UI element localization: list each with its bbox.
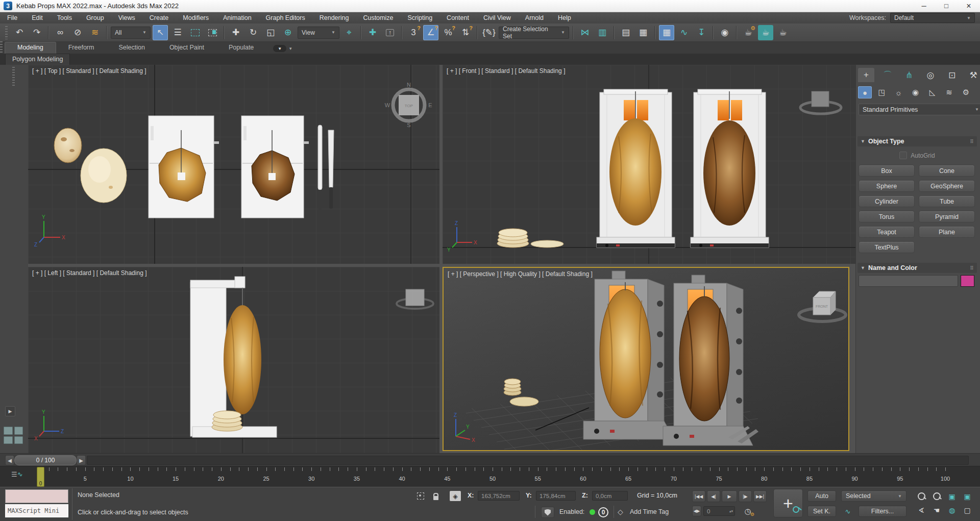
panel-flyout-button[interactable]: ▶ [5,406,15,416]
filters-button[interactable]: Filters... [859,506,906,517]
flatbread[interactable] [531,240,564,247]
menu-item-customize[interactable]: Customize [356,12,400,23]
menu-item-edit[interactable]: Edit [24,12,50,23]
viewport-front-label[interactable]: [ + ] [ Front ] [ Standard ] [ Default S… [447,67,565,75]
display-tab[interactable]: ⊡ [944,68,960,82]
ribbon-grip[interactable] [0,41,3,55]
geometry-category[interactable]: ● [858,86,872,98]
enabled-count-badge[interactable]: 0 [598,507,608,517]
primitive-button-tube[interactable]: Tube [919,195,975,207]
primitive-button-pyramid[interactable]: Pyramid [919,211,975,222]
time-slider-track[interactable] [87,456,969,465]
selection-lock-icon[interactable] [430,490,442,502]
menu-item-help[interactable]: Help [551,12,578,23]
use-pivot-point-icon[interactable]: ⌖ [341,25,357,40]
time-slider-prev-button[interactable]: ◀ [5,455,14,465]
maxscript-macro-recorder-field[interactable] [5,489,68,503]
kebab-machine-3d-1[interactable] [583,271,674,439]
redo-icon[interactable]: ↷ [29,25,44,40]
rendered-frame-window-icon[interactable]: ☕ [758,25,773,40]
curve-editor-icon[interactable]: ∿ [676,25,692,40]
maximize-button[interactable]: □ [935,0,958,12]
kebab-machine-front-2[interactable] [691,89,769,247]
menu-item-rendering[interactable]: Rendering [312,12,356,23]
isolate-selection-toggle[interactable] [414,490,427,502]
primitive-button-textplus[interactable]: TextPlus [859,241,915,253]
primitive-button-torus[interactable]: Torus [859,211,915,222]
x-coordinate-field[interactable]: 163,752cm [478,491,520,501]
field-of-view-icon[interactable]: ∢ [915,504,928,516]
flatbread[interactable] [510,397,538,406]
workspace-dropdown[interactable]: Default ▼ [890,13,975,23]
toolbar-grip[interactable] [5,26,8,39]
motion-tab[interactable]: ◎ [922,68,939,82]
primitive-button-sphere[interactable]: Sphere [859,180,915,192]
knife-1[interactable] [318,125,322,210]
cameras-category[interactable]: ◉ [909,86,922,98]
menu-item-civil-view[interactable]: Civil View [476,12,518,23]
material-editor-icon[interactable]: ◉ [717,25,732,40]
kebab-machine-top-view-1[interactable] [149,116,219,218]
next-frame-button[interactable]: |▶ [739,490,752,502]
viewport-front[interactable]: [ + ] [ Front ] [ Standard ] [ Default S… [443,65,855,264]
select-and-link-icon[interactable]: ∞ [53,25,68,40]
spinner-arrows-icon[interactable]: ▴▾ [729,509,733,513]
object-type-rollout[interactable]: ▼ Object Type ⠿ [857,136,977,146]
select-object-icon[interactable]: ↖ [153,25,168,40]
maximize-viewport-icon[interactable]: ▢ [961,504,974,516]
go-to-end-button[interactable]: ▶▶| [753,490,767,502]
set-key-filters-button[interactable]: Set K. [807,506,836,517]
render-setup-icon[interactable]: ☕⚙ [741,25,756,40]
kebab-machine-top-view-2[interactable] [241,116,309,218]
primitive-button-cylinder[interactable]: Cylinder [859,195,915,207]
doner-meat-dark[interactable] [679,296,729,421]
align-icon[interactable]: ▥ [595,25,610,40]
menu-item-arnold[interactable]: Arnold [518,12,551,23]
menu-item-group[interactable]: Group [79,12,111,23]
absolute-offset-toggle[interactable]: ◈ [449,490,461,502]
primitive-button-cone[interactable]: Cone [919,165,975,177]
primitive-button-geosphere[interactable]: GeoSphere [919,180,975,192]
select-by-name-icon[interactable]: ☰ [170,25,185,40]
ribbon-tab-selection[interactable]: Selection [106,42,157,54]
viewcube[interactable] [397,289,433,309]
dock-grip[interactable] [12,67,15,87]
go-to-start-button[interactable]: |◀◀ [692,490,705,502]
select-and-rotate-icon[interactable]: ↻ [246,25,261,40]
enabled-status-dot[interactable] [590,509,595,515]
pita-stack[interactable] [497,229,529,247]
menu-item-scripting[interactable]: Scripting [400,12,439,23]
modify-tab[interactable]: ⌒ [879,68,896,82]
y-coordinate-field[interactable]: 175,84cm [536,491,576,501]
menu-item-content[interactable]: Content [439,12,476,23]
viewcube[interactable] [800,91,841,114]
rectangular-selection-region-icon[interactable] [187,25,203,40]
mirror-icon[interactable]: ⋈ [577,25,593,40]
undo-icon[interactable]: ↶ [12,25,27,40]
viewport-top-label[interactable]: [ + ] [ Top ] [ Standard ] [ Default Sha… [32,67,146,75]
key-filters-icon[interactable]: ∿ [841,506,854,517]
current-frame-field[interactable]: 0 ▴▾ [703,506,735,516]
viewcube[interactable]: TOP N W E S [385,82,432,128]
object-name-field[interactable] [859,275,958,287]
time-configuration-icon[interactable]: ◷⚙ [741,506,754,517]
render-production-icon[interactable]: ☕ [775,25,791,40]
shapes-category[interactable]: ◳ [875,86,889,98]
add-time-tag[interactable]: Add Time Tag [630,508,669,515]
edit-named-selection-sets-icon[interactable]: {✎} [481,25,497,40]
snap-toggle-icon[interactable]: 3? [406,25,421,40]
z-coordinate-field[interactable]: 0,0cm [592,491,628,501]
systems-category[interactable]: ⚙ [959,86,973,98]
time-slider-next-button[interactable]: ▶ [77,455,86,465]
selection-filter-dropdown[interactable]: All▼ [111,27,151,39]
menu-item-animation[interactable]: Animation [216,12,259,23]
menu-item-modifiers[interactable]: Modifiers [176,12,216,23]
ribbon-tab-populate[interactable]: Populate [216,42,266,54]
create-tab[interactable]: + [858,68,874,82]
viewport-left[interactable]: [ + ] [ Left ] [ Standard ] [ Default Sh… [28,267,439,453]
menu-item-views[interactable]: Views [111,12,142,23]
menu-item-tools[interactable]: Tools [50,12,79,23]
ribbon-tab-object-paint[interactable]: Object Paint [157,42,216,54]
play-button[interactable]: ▶ [722,490,737,502]
lights-category[interactable]: ☼ [892,86,905,98]
